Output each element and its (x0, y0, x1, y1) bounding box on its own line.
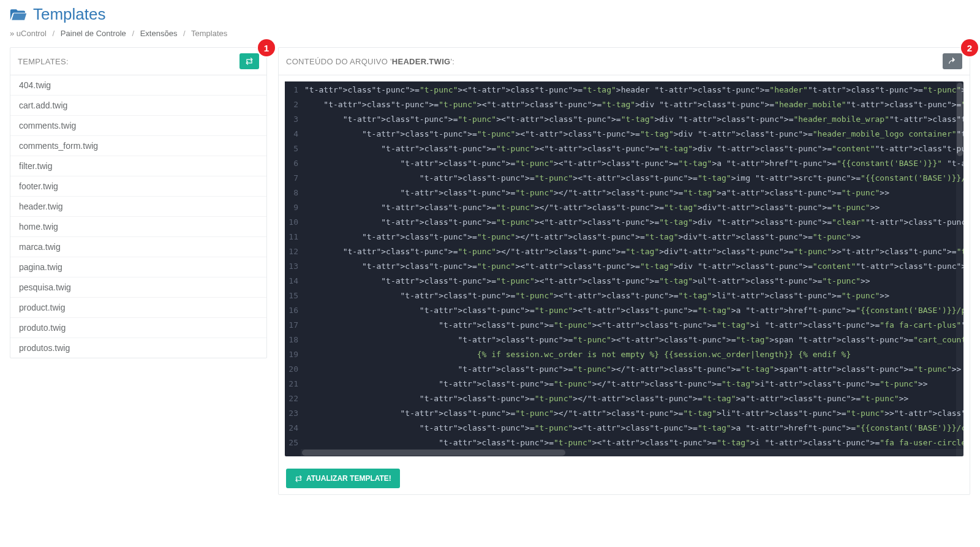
templates-panel: 1 TEMPLATES: 404.twigcart.add.twigcommen… (10, 47, 267, 358)
template-file-item[interactable]: header.twig (10, 197, 266, 217)
vertical-scrollbar[interactable] (956, 81, 963, 449)
template-file-item[interactable]: filter.twig (10, 156, 266, 176)
template-file-item[interactable]: 404.twig (10, 75, 266, 96)
breadcrumb: » uControl / Painel de Controle / Extens… (10, 29, 970, 38)
template-file-item[interactable]: produtos.twig (10, 338, 266, 358)
refresh-button[interactable] (239, 53, 259, 69)
template-file-item[interactable]: footer.twig (10, 176, 266, 197)
folder-open-icon (10, 8, 27, 21)
callout-badge-1: 1 (258, 39, 275, 56)
callout-badge-2: 2 (961, 39, 978, 56)
template-file-item[interactable]: product.twig (10, 298, 266, 318)
breadcrumb-item-current: Templates (191, 29, 227, 38)
template-file-item[interactable]: comments.twig (10, 116, 266, 136)
template-file-list: 404.twigcart.add.twigcomments.twigcommen… (10, 75, 266, 358)
template-file-item[interactable]: home.twig (10, 217, 266, 237)
undo-icon (948, 57, 957, 66)
template-file-item[interactable]: cart.add.twig (10, 96, 266, 116)
editor-panel: 2 CONTEÚDO DO ARQUIVO 'HEADER.TWIG': 123… (278, 47, 970, 495)
refresh-icon (295, 475, 303, 483)
update-button-label: ATUALIZAR TEMPLATE! (306, 474, 391, 483)
page-header: Templates » uControl / Painel de Control… (10, 5, 970, 38)
templates-panel-title: TEMPLATES: (18, 57, 69, 66)
template-file-item[interactable]: marca.twig (10, 237, 266, 257)
code-area[interactable]: "t-attr">class"t-punc">="t-punc"><"t-att… (301, 81, 963, 449)
line-number-gutter: 1234567891011121314151617181920212223242… (285, 81, 301, 449)
breadcrumb-prefix: » uControl (10, 29, 47, 38)
code-editor[interactable]: 1234567891011121314151617181920212223242… (285, 81, 963, 456)
template-file-item[interactable]: pesquisa.twig (10, 277, 266, 298)
undo-button[interactable] (943, 53, 962, 69)
scrollbar-thumb[interactable] (302, 450, 565, 456)
update-template-button[interactable]: ATUALIZAR TEMPLATE! (286, 469, 400, 488)
template-file-item[interactable]: produto.twig (10, 318, 266, 338)
editor-panel-title: CONTEÚDO DO ARQUIVO 'HEADER.TWIG': (286, 57, 454, 66)
scrollbar-thumb[interactable] (957, 83, 963, 156)
template-file-item[interactable]: pagina.twig (10, 257, 266, 277)
breadcrumb-item[interactable]: Extensões (140, 29, 178, 38)
refresh-icon (245, 57, 254, 66)
template-file-item[interactable]: comments_form.twig (10, 136, 266, 156)
horizontal-scrollbar[interactable] (301, 449, 963, 456)
page-title: Templates (10, 5, 970, 24)
breadcrumb-item[interactable]: Painel de Controle (61, 29, 126, 38)
page-title-text: Templates (33, 5, 106, 24)
